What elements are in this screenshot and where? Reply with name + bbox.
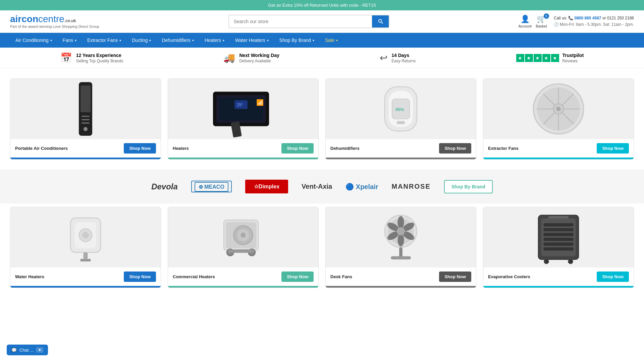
product-card-desk-fans: Desk Fans Shop Now — [325, 207, 476, 288]
account-button[interactable]: 👤 Account — [518, 15, 532, 28]
product-image-dehumidifiers: 45% — [326, 79, 476, 139]
product-bar-water-heaters — [10, 286, 161, 288]
product-grid-row2: Water Heaters Shop Now — [10, 207, 634, 288]
svg-point-36 — [240, 233, 246, 238]
svg-rect-31 — [80, 259, 91, 261]
svg-rect-58 — [544, 247, 574, 251]
logo-area[interactable]: airconcentre.co.uk Part of the award win… — [10, 14, 99, 28]
product-card-footer-desk-fans: Desk Fans Shop Now — [326, 267, 476, 286]
calendar-icon: 📅 — [60, 52, 72, 63]
svg-rect-2 — [82, 116, 90, 117]
brand-dimplex[interactable]: ☆Dimplex — [245, 180, 288, 193]
brand-manrose[interactable]: MANROSE — [392, 183, 431, 190]
product-section-row1: Portable Air Conditioners Shop Now 25° 📶 — [0, 68, 644, 170]
svg-point-42 — [397, 216, 404, 229]
trust-item-delivery: 🚚 Next Working Day Delivery Available — [223, 52, 279, 63]
svg-point-45 — [397, 234, 404, 246]
svg-point-5 — [84, 127, 88, 131]
account-icon: 👤 — [521, 15, 530, 23]
nav-item-shop-by-brand[interactable]: Shop By Brand ▾ — [274, 33, 320, 48]
nav-item-dehumidifiers[interactable]: Dehumidifiers ▾ — [156, 33, 199, 48]
shop-by-brand-button[interactable]: Shop By Brand — [444, 180, 493, 193]
nav-bar: Air Conditioning ▾ Fans ▾ Extractor Fans… — [0, 33, 644, 48]
header-actions: 👤 Account 🛒 0 Basket — [518, 15, 547, 28]
phone-or: or — [602, 16, 606, 20]
brand-xpelair[interactable]: 🔵 Xpelair — [345, 183, 378, 191]
svg-rect-39 — [228, 249, 254, 253]
product-card-footer-portable-ac: Portable Air Conditioners Shop Now — [10, 139, 161, 158]
top-banner: Get an Extra 15% off Returned Units with… — [0, 0, 644, 10]
trustpilot-area: ★ ★ ★ ★ ★ Trustpilot Reviews — [516, 53, 584, 63]
product-title-portable-ac: Portable Air Conditioners — [15, 146, 68, 151]
shop-now-commercial-heaters[interactable]: Shop Now — [281, 272, 314, 282]
shop-now-water-heaters[interactable]: Shop Now — [124, 272, 156, 282]
shop-now-portable-ac[interactable]: Shop Now — [124, 143, 156, 154]
svg-rect-4 — [82, 122, 90, 124]
svg-rect-57 — [544, 243, 574, 246]
svg-rect-59 — [548, 216, 569, 218]
basket-button[interactable]: 🛒 0 Basket — [536, 15, 547, 28]
product-image-extractor-fans — [483, 79, 634, 139]
search-area — [106, 15, 512, 28]
svg-text:📶: 📶 — [256, 99, 264, 106]
shop-now-heaters[interactable]: Shop Now — [281, 143, 314, 154]
phone2: 0121 250 2186 — [607, 16, 634, 20]
brand-bar: Devola ⊕ MEACO ☆Dimplex Vent-Axia 🔵 Xpel… — [0, 170, 644, 203]
chevron-down-icon: ▾ — [313, 39, 314, 42]
nav-item-sale[interactable]: Sale ▾ — [320, 33, 343, 48]
product-title-water-heaters: Water Heaters — [15, 274, 44, 279]
svg-rect-1 — [80, 85, 91, 112]
product-card-footer-dehumidifiers: Dehumidifiers Shop Now — [326, 139, 476, 158]
phone1-link[interactable]: 0800 865 4567 — [574, 16, 601, 20]
shop-now-extractor-fans[interactable]: Shop Now — [597, 143, 629, 154]
product-image-portable-ac — [10, 79, 161, 139]
product-title-dehumidifiers: Dehumidifiers — [330, 146, 360, 151]
product-image-heaters: 25° 📶 — [168, 79, 318, 139]
search-wrap — [228, 15, 389, 28]
account-label: Account — [518, 24, 532, 28]
brand-meaco[interactable]: ⊕ MEACO — [191, 181, 232, 192]
brand-vent-axia[interactable]: Vent-Axia — [302, 183, 332, 190]
svg-point-60 — [544, 259, 549, 264]
svg-rect-17 — [397, 121, 405, 124]
search-button[interactable] — [372, 15, 389, 27]
trustpilot-label: Trustpilot — [562, 53, 584, 58]
product-title-extractor-fans: Extractor Fans — [488, 146, 519, 151]
svg-rect-53 — [544, 223, 574, 227]
product-card-footer-commercial-heaters: Commercial Heaters Shop Now — [168, 267, 318, 286]
nav-item-heaters[interactable]: Heaters ▾ — [199, 33, 230, 48]
brand-devola[interactable]: Devola — [151, 182, 178, 191]
search-input[interactable] — [229, 15, 372, 27]
svg-point-48 — [397, 227, 405, 235]
svg-rect-50 — [391, 256, 411, 259]
contact-hours: Mon-Fri: 9am - 5.30pm. Sat: 11am - 2pm. — [560, 22, 634, 27]
trust-item-experience: 📅 12 Years Experience Selling Top Qualit… — [60, 52, 123, 63]
product-card-footer-water-heaters: Water Heaters Shop Now — [10, 267, 161, 286]
logo-sub: Part of the award winning Love Shopping … — [10, 24, 99, 28]
product-title-heaters: Heaters — [173, 146, 189, 151]
shop-now-evaporative-coolers[interactable]: Shop Now — [597, 272, 629, 282]
shop-now-desk-fans[interactable]: Shop Now — [439, 272, 471, 282]
nav-item-ducting[interactable]: Ducting ▾ — [126, 33, 156, 48]
logo-text: airconcentre.co.uk — [10, 14, 99, 24]
trust-sub-1: Selling Top Quality Brands — [76, 59, 123, 63]
trust-bar: 📅 12 Years Experience Selling Top Qualit… — [0, 48, 644, 68]
svg-rect-55 — [544, 233, 574, 236]
product-bar-extractor-fans — [483, 158, 634, 159]
product-bar-heaters — [168, 158, 318, 159]
product-card-footer-extractor-fans: Extractor Fans Shop Now — [483, 139, 634, 158]
nav-item-extractor-fans[interactable]: Extractor Fans ▾ — [82, 33, 126, 48]
svg-rect-3 — [82, 119, 90, 120]
product-image-evaporative-coolers — [483, 207, 634, 267]
trustpilot-sub: Reviews — [562, 59, 578, 63]
shop-now-dehumidifiers[interactable]: Shop Now — [439, 143, 471, 154]
product-bar-dehumidifiers — [326, 158, 476, 159]
product-bar-evaporative-coolers — [483, 286, 634, 288]
nav-item-water-heaters[interactable]: Water Heaters ▾ — [230, 33, 274, 48]
product-image-desk-fans — [326, 207, 476, 267]
svg-rect-56 — [544, 238, 574, 241]
nav-item-fans[interactable]: Fans ▾ — [57, 33, 82, 48]
product-card-portable-ac: Portable Air Conditioners Shop Now — [10, 78, 161, 160]
chevron-down-icon: ▾ — [75, 39, 76, 42]
nav-item-air-conditioning[interactable]: Air Conditioning ▾ — [10, 33, 57, 48]
